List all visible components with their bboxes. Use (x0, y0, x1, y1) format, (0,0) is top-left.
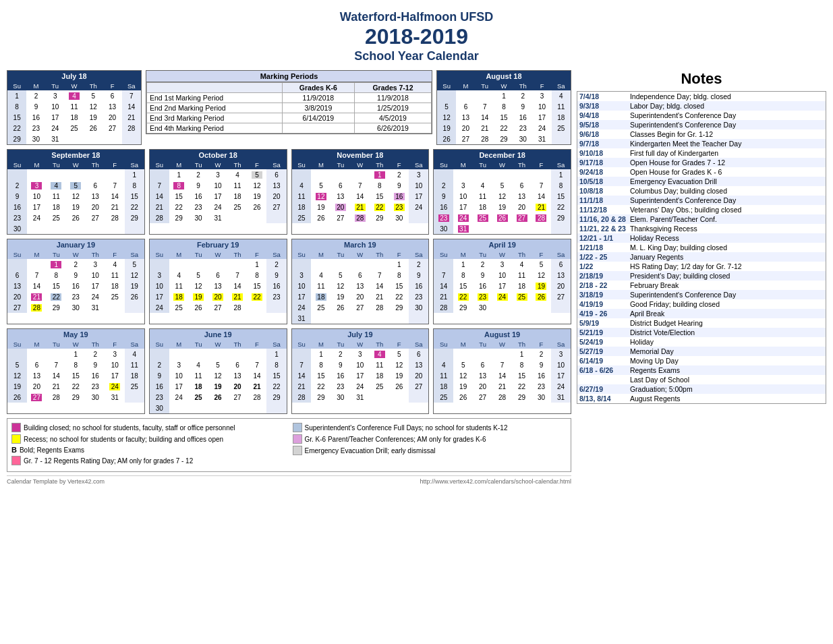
dec-18-header: December 18 (434, 150, 571, 160)
table-cell: 7 (476, 101, 494, 112)
jan-19-table: SuMTuWThFSa 1 2 3 4 5 6 7 (7, 250, 144, 313)
table-cell: 3 (532, 90, 551, 101)
year: 2018-2019 (7, 24, 826, 49)
col-th: Th (84, 82, 103, 90)
row-4: May 19 SuMTuWThFSa 1 2 3 4 (7, 328, 571, 414)
table-cell: 23 (513, 123, 532, 134)
notes-row: 4/19 - 26April Break (577, 309, 826, 318)
footer-left: Calendar Template by Vertex42.com (7, 478, 105, 485)
col-th: Th (513, 82, 532, 90)
apr-19-table: SuMTuWThFSa 1 2 3 4 5 6 7 8 (434, 250, 571, 313)
notes-text: Columbus Day; building closed (628, 186, 826, 196)
table-cell: 31 (532, 134, 551, 144)
table-cell: 22 (7, 123, 26, 134)
notes-text: Memorial Day (628, 347, 826, 356)
notes-date: 9/3/18 (577, 101, 628, 111)
notes-text: Kindergarten Meet the Teacher Day (628, 139, 826, 148)
july-18-header: July 18 (7, 71, 141, 82)
table-cell: 4 (65, 90, 84, 101)
legend-drill-box (293, 446, 302, 455)
aug-19-table: SuMTuWThFSa 1 2 3 4 5 (434, 340, 571, 403)
calendar-section: July 18 Su M Tu W Th F Sa 1 (7, 70, 571, 485)
table-cell: 21 (476, 123, 494, 134)
sep-18-header: September 18 (7, 150, 144, 160)
notes-date: 9/5/18 (577, 120, 628, 129)
july-18-calendar: July 18 Su M Tu W Th F Sa 1 (7, 70, 142, 145)
notes-text: Regents Exams (628, 365, 826, 375)
notes-text: President's Day; building closed (628, 271, 826, 281)
notes-row: 11/12/18Veterans' Day Obs.; building clo… (577, 205, 826, 214)
notes-date: 9/10/18 (577, 148, 628, 158)
notes-text: Good Friday; building closed (628, 299, 826, 309)
table-cell: 24 (532, 123, 551, 134)
notes-date: 9/17/18 (577, 158, 628, 167)
notes-text: HS Rating Day; 1/2 day for Gr. 7-12 (628, 262, 826, 271)
apr-19-header: April 19 (434, 239, 571, 250)
notes-text: Open House for Grades K - 6 (628, 167, 826, 177)
notes-row: 9/24/18Open House for Grades K - 6 (577, 167, 826, 177)
legend-right: Superintendent's Conference Full Days; n… (293, 423, 567, 467)
legend-b-label: B (11, 446, 17, 454)
notes-text: Labor Day; bldg. closed (628, 101, 826, 111)
table-cell (103, 134, 121, 144)
mar-19-calendar: March 19 SuMTuWThFSa 1 2 (291, 239, 430, 324)
table-cell: 9 (26, 101, 45, 112)
table-cell: 13 (103, 101, 121, 112)
dec-18-table: SuMTuWThFSa 1 2 3 (434, 160, 571, 234)
notes-text: Holiday Recess (628, 233, 826, 243)
oct-18-header: October 18 (150, 150, 287, 160)
mp-row-4-k6 (282, 123, 354, 134)
table-cell: 1 (494, 90, 513, 101)
table-cell: 27 (103, 123, 121, 134)
nov-18-table: SuMTuWThFSa 1 2 3 4 5 (292, 160, 429, 223)
mp-title: Marking Periods (146, 71, 432, 82)
notes-row: 2/18 - 22February Break (577, 281, 826, 290)
table-cell: 1 (7, 90, 26, 101)
august-18-header: August 18 (437, 71, 571, 82)
notes-date: 11/12/18 (577, 205, 628, 214)
col-f: F (103, 82, 121, 90)
sep-18-calendar: September 18 SuMTuWThFSa 1 (7, 149, 145, 235)
main-content: July 18 Su M Tu W Th F Sa 1 (7, 70, 826, 485)
table-cell (84, 134, 103, 144)
notes-date: 12/21 - 1/1 (577, 233, 628, 243)
mp-row-1-712: 11/9/2018 (354, 93, 431, 103)
table-cell: 8 (7, 101, 26, 112)
notes-row: 8/13, 8/14August Regents (577, 394, 826, 403)
notes-date: 9/7/18 (577, 139, 628, 148)
legend-closed: Building closed; no school for students,… (11, 423, 286, 432)
notes-row: 1/22HS Rating Day; 1/2 day for Gr. 7-12 (577, 262, 826, 271)
legend-closed-box (11, 423, 21, 432)
table-cell: 23 (26, 123, 45, 134)
table-cell (437, 90, 456, 101)
table-cell: 2 (513, 90, 532, 101)
table-cell: 15 (7, 112, 26, 123)
notes-text: Superintendent's Conference Day (628, 196, 826, 205)
table-cell: 14 (476, 112, 494, 123)
table-cell: 30 (513, 134, 532, 144)
notes-date: 10/8/18 (577, 186, 628, 196)
page: Waterford-Halfmoon UFSD 2018-2019 School… (0, 0, 833, 492)
notes-text: Classes Begin for Gr. 1-12 (628, 129, 826, 139)
table-cell: 5 (437, 101, 456, 112)
notes-text: District Vote/Election (628, 328, 826, 337)
aug-19-calendar: August 19 SuMTuWThFSa 1 2 3 (433, 328, 571, 414)
table-cell: 15 (494, 112, 513, 123)
notes-text: Superintendent's Conference Day (628, 111, 826, 120)
mp-col-label (147, 83, 283, 93)
legend-bold-text: Bold; Regents Exams (20, 446, 84, 454)
notes-text: Superintendent's Conference Day (628, 290, 826, 299)
aug-19-header: August 19 (434, 329, 571, 340)
table-cell: 31 (46, 134, 65, 144)
notes-row: 9/10/18First full day of Kindergarten (577, 148, 826, 158)
table-cell: 14 (122, 101, 141, 112)
col-sa: Sa (122, 82, 141, 90)
notes-text: Veterans' Day Obs.; building closed (628, 205, 826, 214)
notes-date: 6/14/19 (577, 356, 628, 365)
notes-row: 5/21/19District Vote/Election (577, 328, 826, 337)
notes-date: 4/19 - 26 (577, 309, 628, 318)
notes-text: Emergency Evacuation Drill (628, 177, 826, 186)
school-name: Waterford-Halfmoon UFSD (7, 10, 826, 24)
notes-row: 4/19/19Good Friday; building closed (577, 299, 826, 309)
table-cell: 16 (26, 112, 45, 123)
